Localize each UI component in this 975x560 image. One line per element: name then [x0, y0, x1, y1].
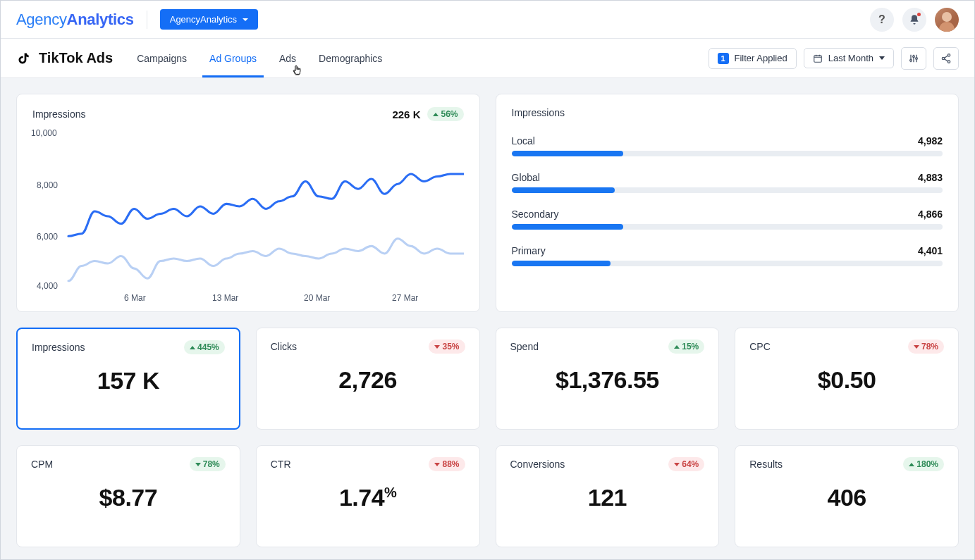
metric-delta: 78%: [190, 457, 226, 471]
bar-value: 4,883: [918, 172, 943, 183]
cursor-pointer-icon: [291, 63, 302, 77]
brand-logo[interactable]: AgencyAnalytics: [16, 11, 134, 29]
help-button[interactable]: ?: [870, 8, 894, 32]
metric-delta-value: 180%: [916, 459, 938, 469]
filter-label: Filter Applied: [735, 53, 787, 63]
metric-label: Impressions: [32, 342, 85, 353]
impressions-chart-title: Impressions: [32, 108, 85, 120]
metric-label: Conversions: [510, 459, 565, 470]
metric-card-cpm[interactable]: CPM 78% $8.77: [16, 445, 240, 547]
y-tick: 4,000: [37, 281, 58, 291]
metric-delta-value: 64%: [682, 459, 699, 469]
metric-value: 1.74%: [271, 484, 465, 511]
metric-delta-value: 35%: [442, 342, 459, 351]
bell-icon: [909, 14, 920, 25]
bar-value: 4,401: [918, 245, 943, 256]
y-tick: 8,000: [37, 180, 58, 190]
metric-label: Clicks: [271, 341, 297, 352]
impressions-bar-row: Primary 4,401: [512, 245, 943, 266]
metric-label: CPM: [31, 459, 53, 470]
bar-label: Primary: [512, 245, 546, 256]
impressions-breakdown-title: Impressions: [512, 107, 943, 118]
share-icon: [940, 53, 952, 64]
metric-label: Spend: [510, 341, 539, 352]
metric-delta-value: 78%: [921, 342, 938, 351]
metric-label: CTR: [271, 459, 291, 470]
chevron-down-icon: [879, 56, 885, 60]
metric-delta: 78%: [908, 340, 944, 354]
bar-fill: [512, 224, 624, 230]
metric-value: 121: [510, 484, 705, 511]
bar-fill: [512, 151, 624, 156]
bar-label: Global: [512, 172, 540, 183]
bar-value: 4,866: [918, 209, 943, 220]
settings-button[interactable]: [901, 47, 926, 70]
metric-value: $1,376.55: [510, 366, 705, 394]
user-avatar[interactable]: [935, 8, 959, 32]
svg-rect-0: [814, 55, 821, 61]
metric-label: CPC: [749, 341, 771, 352]
tab-demographics[interactable]: Demographics: [319, 40, 382, 77]
impressions-bar-row: Secondary 4,866: [512, 209, 943, 230]
tiktok-icon: [16, 51, 32, 66]
metric-card-spend[interactable]: Spend 15% $1,376.55: [496, 328, 720, 430]
impressions-breakdown-card: Impressions Local 4,982 Global 4,883 Sec…: [496, 94, 959, 312]
chevron-down-icon: [243, 18, 248, 21]
arrow-down-icon: [914, 345, 919, 349]
metric-card-impressions[interactable]: Impressions 445% 157 K: [16, 328, 240, 430]
impressions-line-chart[interactable]: 10,000 8,000 6,000 4,000 6 Mar 13 Mar 20…: [32, 130, 464, 300]
share-button[interactable]: [933, 47, 959, 70]
workspace-switcher[interactable]: AgencyAnalytics: [160, 9, 258, 30]
metric-card-clicks[interactable]: Clicks 35% 2,726: [256, 328, 480, 430]
bar-fill: [512, 261, 611, 266]
metric-delta-value: 88%: [442, 459, 459, 469]
metric-label: Results: [749, 459, 783, 470]
bar-fill: [512, 187, 615, 193]
metric-value: 2,726: [271, 366, 465, 394]
notifications-button[interactable]: [902, 8, 926, 32]
metric-value: $8.77: [31, 484, 226, 511]
x-tick: 27 Mar: [392, 293, 418, 303]
tab-campaigns[interactable]: Campaigns: [137, 40, 187, 77]
date-range-button[interactable]: Last Month: [804, 48, 894, 68]
brand-part2: Analytics: [67, 11, 134, 29]
x-tick: 6 Mar: [124, 293, 146, 303]
svg-point-1: [910, 59, 912, 61]
arrow-down-icon: [674, 463, 680, 466]
arrow-down-icon: [434, 463, 440, 466]
arrow-down-icon: [195, 463, 201, 466]
metric-delta: 88%: [429, 457, 465, 471]
impressions-bar-row: Global 4,883: [512, 172, 943, 193]
bar-track: [512, 187, 943, 193]
bar-track: [512, 151, 943, 156]
arrow-up-icon: [433, 113, 439, 116]
metric-value: 406: [749, 484, 944, 511]
sliders-icon: [908, 53, 919, 64]
impressions-bar-row: Local 4,982: [512, 135, 943, 156]
tabs: Campaigns Ad Groups Ads Demographics: [137, 40, 382, 77]
brand-part1: Agency: [16, 11, 67, 29]
impressions-chart-kpi: 226 K: [392, 108, 420, 120]
arrow-up-icon: [674, 345, 680, 349]
metric-delta-value: 445%: [197, 342, 219, 352]
metric-card-results[interactable]: Results 180% 406: [735, 445, 959, 547]
metric-delta: 445%: [184, 340, 225, 354]
impressions-chart-card: Impressions 226 K 56% 10,000 8,000 6,000…: [16, 94, 480, 312]
metric-card-conversions[interactable]: Conversions 64% 121: [496, 445, 720, 547]
bar-track: [512, 261, 943, 266]
metric-card-cpc[interactable]: CPC 78% $0.50: [735, 328, 959, 430]
metric-value: 157 K: [32, 367, 225, 394]
filter-applied-button[interactable]: 1 Filter Applied: [709, 48, 797, 69]
divider: [147, 11, 147, 29]
arrow-up-icon: [190, 346, 195, 349]
y-tick: 6,000: [37, 232, 58, 242]
help-icon: ?: [878, 13, 885, 26]
metric-card-ctr[interactable]: CTR 88% 1.74%: [256, 445, 480, 547]
date-range-label: Last Month: [828, 53, 873, 63]
metric-delta-value: 15%: [682, 342, 699, 351]
metric-value: $0.50: [749, 366, 944, 394]
tab-ad-groups[interactable]: Ad Groups: [209, 40, 257, 77]
impressions-chart-delta: 56%: [427, 107, 463, 121]
metric-delta: 64%: [668, 457, 704, 471]
x-tick: 20 Mar: [304, 293, 330, 303]
